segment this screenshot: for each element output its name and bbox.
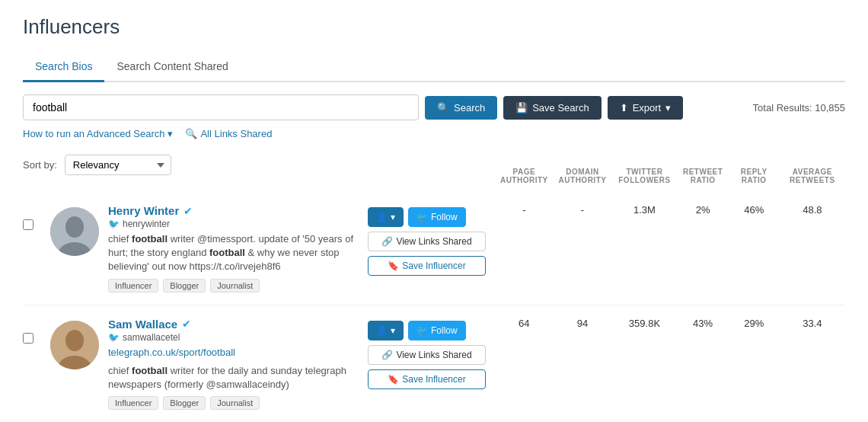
col-header-average-retweets: AVERAGERETWEETS (780, 168, 845, 184)
save-search-button[interactable]: 💾 Save Search (503, 96, 601, 120)
view-links-shared-button[interactable]: 🔗 View Links Shared (368, 345, 486, 365)
verified-icon: ✔ (182, 318, 191, 330)
person-icon-button[interactable]: 👤 ▾ (368, 207, 404, 227)
handle-row: 🐦 samwallacetel (108, 332, 359, 343)
tag: Blogger (163, 396, 206, 410)
tag: Influencer (108, 279, 158, 293)
stat-twitter-followers: 359.8K (611, 318, 677, 329)
stat-reply-ratio: 29% (729, 318, 780, 329)
row-checkbox-henry-winter[interactable] (23, 219, 34, 230)
influencer-row: Sam Wallace ✔ 🐦 samwallacetel telegraph.… (23, 305, 845, 422)
col-header-page-authority: PAGEAUTHORITY (495, 168, 554, 184)
stat-reply-ratio: 46% (729, 204, 780, 216)
stat-retweet-ratio: 43% (678, 318, 729, 329)
save-influencer-button[interactable]: 🔖 Save Influencer (368, 256, 486, 276)
chevron-down-icon: ▾ (665, 102, 671, 113)
sub-links: How to run an Advanced Search ▾ 🔍 All Li… (23, 128, 845, 139)
advanced-search-link[interactable]: How to run an Advanced Search ▾ (23, 128, 173, 139)
twitter-handle: henrywinter (123, 219, 170, 229)
search-input[interactable] (23, 94, 419, 120)
col-header-twitter-followers: TWITTERFOLLOWERS (611, 168, 677, 184)
chevron-down-icon: ▾ (391, 325, 395, 336)
row-checkbox-col (23, 204, 41, 232)
advanced-search-label: How to run an Advanced Search (23, 128, 164, 139)
column-headers: PAGEAUTHORITY DOMAINAUTHORITY TWITTERFOL… (495, 168, 845, 184)
view-links-shared-button[interactable]: 🔗 View Links Shared (368, 232, 486, 251)
verified-icon: ✔ (183, 205, 193, 217)
twitter-handle: samwallacetel (123, 332, 180, 343)
follow-button[interactable]: 🐦 Follow (408, 321, 466, 340)
avatar-henry-winter (50, 207, 99, 256)
follow-button[interactable]: 🐦 Follow (408, 207, 466, 227)
twitter-icon: 🐦 (108, 332, 120, 343)
bookmark-icon: 🔖 (388, 374, 399, 385)
bio-link: telegraph.co.uk/sport/football (108, 346, 359, 360)
bookmark-icon: 🔖 (388, 261, 399, 271)
table-header-row: Sort by: Relevancy Twitter Followers Pag… (23, 155, 845, 187)
tabs: Search Bios Search Content Shared (23, 54, 845, 82)
person-icon-button[interactable]: 👤 ▾ (368, 321, 404, 340)
stat-twitter-followers: 1.3M (611, 204, 677, 216)
stats-henry-winter: - - 1.3M 2% 46% 48.8 (495, 204, 845, 216)
col-header-retweet-ratio: RETWEETRATIO (678, 168, 729, 184)
links-icon: 🔗 (381, 350, 393, 360)
search-bar: 🔍 Search 💾 Save Search ⬆ Export ▾ Total … (23, 94, 845, 120)
bio-url[interactable]: telegraph.co.uk/sport/football (108, 347, 235, 358)
row-checkbox-sam-wallace[interactable] (23, 333, 34, 344)
stat-average-retweets: 33.4 (780, 318, 845, 329)
row-checkbox-col (23, 318, 41, 346)
twitter-bird-icon: 🐦 (416, 212, 428, 222)
tag: Blogger (163, 279, 206, 293)
svg-point-4 (65, 330, 84, 351)
tab-search-content-shared[interactable]: Search Content Shared (104, 54, 240, 82)
sort-bar: Sort by: Relevancy Twitter Followers Pag… (23, 155, 171, 175)
tags: Influencer Blogger Journalist (108, 396, 359, 410)
name-row: Henry Winter ✔ (108, 204, 359, 217)
search-icon: 🔍 (185, 128, 197, 139)
handle-row: 🐦 henrywinter (108, 219, 359, 229)
export-icon: ⬆ (620, 102, 628, 113)
save-influencer-button[interactable]: 🔖 Save Influencer (368, 369, 486, 389)
page-title: Influencers (23, 15, 845, 39)
save-icon: 💾 (515, 102, 528, 113)
chevron-down-icon: ▾ (168, 128, 173, 139)
sort-label: Sort by: (23, 159, 57, 171)
links-shared-link[interactable]: 🔍 All Links Shared (185, 128, 272, 139)
sort-select[interactable]: Relevancy Twitter Followers Page Authori… (65, 155, 171, 175)
search-button[interactable]: 🔍 Search (425, 96, 497, 120)
action-row-top: 👤 ▾ 🐦 Follow (368, 207, 486, 227)
influencer-name[interactable]: Sam Wallace (108, 318, 177, 331)
person-icon: 👤 (376, 325, 388, 336)
bio: chief football writer for the daily and … (108, 364, 359, 392)
action-col-henry-winter: 👤 ▾ 🐦 Follow 🔗 View Links Shared 🔖 Save … (368, 204, 486, 276)
influencer-name[interactable]: Henry Winter (108, 204, 179, 217)
export-button[interactable]: ⬆ Export ▾ (608, 96, 684, 120)
links-icon: 🔗 (381, 236, 393, 247)
col-header-domain-authority: DOMAINAUTHORITY (554, 168, 612, 184)
stat-domain-authority: - (554, 204, 612, 216)
search-icon: 🔍 (437, 102, 449, 113)
info-henry-winter: Henry Winter ✔ 🐦 henrywinter chief footb… (108, 204, 359, 293)
twitter-bird-icon: 🐦 (416, 325, 428, 336)
info-sam-wallace: Sam Wallace ✔ 🐦 samwallacetel telegraph.… (108, 318, 359, 411)
stat-retweet-ratio: 2% (678, 204, 729, 216)
stat-page-authority: 64 (495, 318, 554, 329)
action-row-top: 👤 ▾ 🐦 Follow (368, 321, 486, 340)
stat-average-retweets: 48.8 (780, 204, 845, 216)
avatar-sam-wallace (50, 321, 99, 369)
name-row: Sam Wallace ✔ (108, 318, 359, 331)
total-results: Total Results: 10,855 (753, 102, 845, 113)
bio: chief football writer @timessport. updat… (108, 232, 359, 274)
col-header-reply-ratio: REPLYRATIO (729, 168, 780, 184)
svg-point-1 (65, 216, 84, 238)
action-col-sam-wallace: 👤 ▾ 🐦 Follow 🔗 View Links Shared 🔖 Save … (368, 318, 486, 389)
person-icon: 👤 (376, 212, 388, 222)
links-shared-label: All Links Shared (200, 128, 272, 139)
chevron-down-icon: ▾ (391, 212, 395, 222)
twitter-icon: 🐦 (108, 219, 120, 229)
tab-search-bios[interactable]: Search Bios (23, 54, 104, 82)
tag: Journalist (210, 396, 260, 410)
stats-sam-wallace: 64 94 359.8K 43% 29% 33.4 (495, 318, 845, 329)
tags: Influencer Blogger Journalist (108, 279, 359, 293)
tag: Influencer (108, 396, 158, 410)
